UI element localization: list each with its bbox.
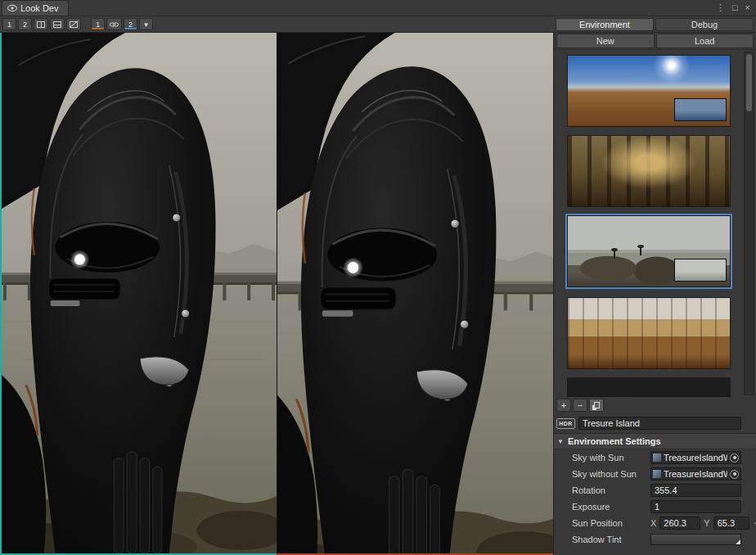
environment-list-toolbar: + −: [554, 397, 756, 413]
sun-position-y-input[interactable]: [713, 517, 749, 530]
hdr-name-row: HDR: [554, 413, 756, 433]
zone-mode-button[interactable]: [66, 18, 81, 30]
environment-settings-header[interactable]: ▼ Environment Settings: [554, 433, 756, 449]
environment-name-input[interactable]: [578, 417, 741, 430]
environment-thumbnail-dark[interactable]: [567, 377, 731, 397]
rotation-input[interactable]: [650, 484, 741, 497]
sky-without-sun-field[interactable]: TreasureIslandWh: [650, 467, 741, 481]
window-menu-icon[interactable]: ⋮: [716, 2, 725, 13]
hdr-badge: HDR: [556, 418, 575, 429]
duplicate-icon: [594, 402, 600, 408]
render-view-2: [277, 33, 553, 553]
render-view-1: [2, 33, 277, 553]
new-environment-button[interactable]: New: [556, 34, 655, 48]
viewport-1[interactable]: [0, 33, 277, 555]
window-controls: ⋮ □ ×: [710, 0, 756, 16]
sun-position-label: Sun Position: [572, 518, 647, 528]
sun-position-x-input[interactable]: [659, 517, 700, 530]
link-views-button[interactable]: [106, 18, 122, 30]
exposure-label: Exposure: [572, 502, 647, 512]
duplicate-environment-button[interactable]: [589, 399, 604, 412]
texture-thumb-icon: [653, 470, 661, 478]
environment-thumbnail-sunny-desert[interactable]: [567, 55, 731, 127]
environment-panel: New Load +: [553, 33, 756, 555]
sky-with-sun-label: Sky with Sun: [572, 453, 647, 463]
remove-environment-button[interactable]: −: [573, 399, 587, 412]
sky-with-sun-row: Sky with Sun TreasureIslandWh: [554, 449, 756, 466]
lookdev-toolbar: 1 2 1 2 ▾: [0, 16, 553, 32]
lookdev-window: Look Dev ⋮ □ × 1 2 1 2 ▾: [0, 0, 756, 555]
link-icon: [110, 21, 119, 28]
lookdev-tab[interactable]: Look Dev: [2, 0, 69, 16]
view-options-dropdown[interactable]: ▾: [139, 18, 153, 30]
zone-split-icon: [70, 21, 78, 28]
viewport-2[interactable]: [277, 33, 553, 555]
load-environment-button[interactable]: Load: [656, 34, 754, 48]
tab-debug[interactable]: Debug: [655, 18, 754, 31]
environment-actions: New Load: [554, 33, 756, 50]
scrollbar-thumb[interactable]: [746, 54, 752, 111]
tab-environment[interactable]: Environment: [556, 18, 654, 31]
compare-view-1-button[interactable]: 1: [91, 18, 105, 30]
lookdev-viewports: [0, 33, 553, 555]
x-axis-label: X: [650, 518, 656, 528]
toolbar-row: 1 2 1 2 ▾ Environment Debug: [0, 16, 756, 33]
shadow-tint-label: Shadow Tint: [572, 535, 647, 544]
single-view-2-button[interactable]: 2: [18, 18, 32, 30]
exposure-row: Exposure: [554, 499, 756, 515]
y-axis-label: Y: [704, 518, 709, 528]
object-picker-icon[interactable]: [730, 470, 739, 479]
sky-with-sun-field[interactable]: TreasureIslandWh: [650, 451, 741, 464]
rotation-row: Rotation: [554, 482, 756, 499]
title-bar: Look Dev ⋮ □ ×: [0, 0, 756, 16]
object-picker-icon[interactable]: [730, 453, 739, 463]
foldout-arrow-icon[interactable]: ▼: [557, 438, 564, 445]
side-by-side-icon: [37, 21, 45, 28]
single-view-1-button[interactable]: 1: [2, 18, 16, 30]
palm-tree: [614, 250, 615, 259]
close-icon[interactable]: ×: [745, 2, 750, 12]
environment-list: [554, 50, 756, 397]
rotation-label: Rotation: [572, 485, 647, 495]
maximize-icon[interactable]: □: [732, 2, 738, 12]
compare-view-2-button[interactable]: 2: [124, 18, 137, 30]
shadow-tint-row: Shadow Tint: [554, 531, 756, 548]
sun-position-row: Sun Position X Y: [554, 515, 756, 531]
split-screen-mode-button[interactable]: [50, 18, 65, 30]
inset-picture: [674, 98, 727, 121]
settings-header-label: Environment Settings: [568, 436, 661, 446]
environment-list-scrollbar[interactable]: [744, 52, 754, 395]
inset-picture: [674, 259, 727, 282]
split-screen-icon: [53, 21, 61, 28]
color-picker-corner-icon: [736, 539, 740, 544]
palm-tree: [640, 247, 641, 255]
add-environment-button[interactable]: +: [556, 399, 571, 412]
sky-without-sun-label: Sky without Sun: [572, 469, 647, 479]
environment-thumbnail-treasure-island[interactable]: [567, 215, 731, 287]
exposure-input[interactable]: [650, 500, 741, 513]
sky-with-sun-value: TreasureIslandWh: [664, 453, 727, 463]
environment-thumbnail-forest[interactable]: [567, 135, 731, 207]
eye-icon: [7, 4, 17, 12]
shadow-tint-color-field[interactable]: [650, 534, 741, 545]
environment-thumbnail-church-interior[interactable]: [567, 297, 731, 369]
side-by-side-mode-button[interactable]: [34, 18, 48, 30]
window-title: Look Dev: [20, 3, 58, 13]
sidebar-tabs: Environment Debug: [553, 16, 756, 32]
sky-without-sun-row: Sky without Sun TreasureIslandWh: [554, 466, 756, 482]
texture-thumb-icon: [653, 453, 661, 462]
pick-sun-position-button[interactable]: [753, 517, 756, 530]
sky-without-sun-value: TreasureIslandWh: [664, 469, 727, 479]
